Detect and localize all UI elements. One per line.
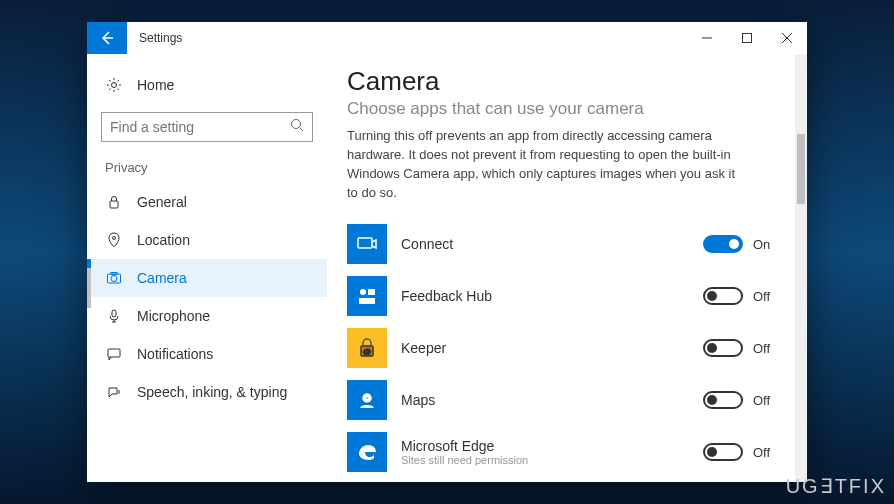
toggle-state-label: Off	[753, 289, 777, 304]
keeper-app-icon: @	[347, 328, 387, 368]
app-row-microsoft-edge: Microsoft EdgeSites still need permissio…	[347, 426, 777, 478]
sidebar-item-general[interactable]: General	[87, 183, 327, 221]
svg-rect-16	[368, 289, 375, 295]
app-toggle[interactable]	[703, 391, 743, 409]
svg-rect-7	[110, 201, 118, 208]
app-row-maps: MapsOff	[347, 374, 777, 426]
lock-icon	[105, 193, 123, 211]
sidebar-item-notifications[interactable]: Notifications	[87, 335, 327, 373]
maps-app-icon	[347, 380, 387, 420]
app-row-keeper: @KeeperOff	[347, 322, 777, 374]
page-title: Camera	[347, 66, 777, 97]
home-label: Home	[137, 77, 174, 93]
app-sublabel: Sites still need permission	[401, 454, 689, 466]
sidebar-item-label: General	[137, 194, 187, 210]
svg-point-21	[366, 397, 369, 400]
watermark: UG∃TFIX	[786, 474, 886, 498]
maximize-button[interactable]	[727, 22, 767, 54]
edge-app-icon	[347, 432, 387, 472]
search-input[interactable]	[110, 119, 290, 135]
svg-point-5	[292, 120, 301, 129]
sidebar-scrollbar-thumb[interactable]	[87, 268, 91, 308]
svg-rect-12	[112, 310, 116, 317]
titlebar: Settings	[87, 22, 807, 54]
app-toggle[interactable]	[703, 287, 743, 305]
sidebar: Home Privacy GeneralLocationCameraMicrop…	[87, 54, 327, 482]
sidebar-item-microphone[interactable]: Microphone	[87, 297, 327, 335]
svg-rect-13	[108, 349, 120, 357]
svg-point-4	[112, 83, 117, 88]
sidebar-item-camera[interactable]: Camera	[87, 259, 327, 297]
sidebar-section-label: Privacy	[87, 160, 327, 183]
app-toggle[interactable]	[703, 339, 743, 357]
window-title: Settings	[127, 22, 687, 54]
notif-icon	[105, 345, 123, 363]
sidebar-item-location[interactable]: Location	[87, 221, 327, 259]
app-toggle[interactable]	[703, 235, 743, 253]
app-label: Keeper	[401, 340, 689, 356]
svg-point-8	[113, 237, 116, 240]
search-box[interactable]	[101, 112, 313, 142]
sidebar-home[interactable]: Home	[87, 68, 327, 102]
svg-line-6	[300, 128, 304, 132]
scrollbar-thumb[interactable]	[797, 134, 805, 204]
location-icon	[105, 231, 123, 249]
sidebar-item-label: Microphone	[137, 308, 210, 324]
app-label: Microsoft EdgeSites still need permissio…	[401, 438, 689, 466]
toggle-state-label: Off	[753, 393, 777, 408]
page-sub-heading: Choose apps that can use your camera	[347, 99, 777, 119]
page-description: Turning this off prevents an app from di…	[347, 127, 747, 202]
toggle-state-label: Off	[753, 341, 777, 356]
svg-rect-1	[743, 34, 752, 43]
svg-rect-14	[358, 238, 372, 248]
app-label: Connect	[401, 236, 689, 252]
back-button[interactable]	[87, 22, 127, 54]
app-toggle[interactable]	[703, 443, 743, 461]
app-label: Feedback Hub	[401, 288, 689, 304]
speech-icon	[105, 383, 123, 401]
sidebar-item-label: Location	[137, 232, 190, 248]
feedback-app-icon	[347, 276, 387, 316]
mic-icon	[105, 307, 123, 325]
sidebar-item-label: Notifications	[137, 346, 213, 362]
gear-icon	[105, 76, 123, 94]
main-panel: Camera Choose apps that can use your cam…	[327, 54, 807, 482]
scrollbar-track[interactable]	[795, 54, 807, 482]
app-label: Maps	[401, 392, 689, 408]
svg-text:@: @	[363, 347, 371, 356]
toggle-state-label: Off	[753, 445, 777, 460]
svg-point-15	[360, 289, 366, 295]
connect-app-icon	[347, 224, 387, 264]
camera-icon	[105, 269, 123, 287]
back-arrow-icon	[99, 30, 115, 46]
window-controls	[687, 22, 807, 54]
svg-rect-17	[359, 298, 375, 304]
svg-point-10	[111, 276, 117, 282]
sidebar-item-speech-inking-typing[interactable]: Speech, inking, & typing	[87, 373, 327, 411]
sidebar-item-label: Speech, inking, & typing	[137, 384, 287, 400]
close-button[interactable]	[767, 22, 807, 54]
sidebar-item-label: Camera	[137, 270, 187, 286]
settings-window: Settings Home Privacy GeneralLocationCam…	[87, 22, 807, 482]
toggle-state-label: On	[753, 237, 777, 252]
minimize-button[interactable]	[687, 22, 727, 54]
search-icon	[290, 118, 304, 136]
app-row-feedback-hub: Feedback HubOff	[347, 270, 777, 322]
app-row-connect: ConnectOn	[347, 218, 777, 270]
